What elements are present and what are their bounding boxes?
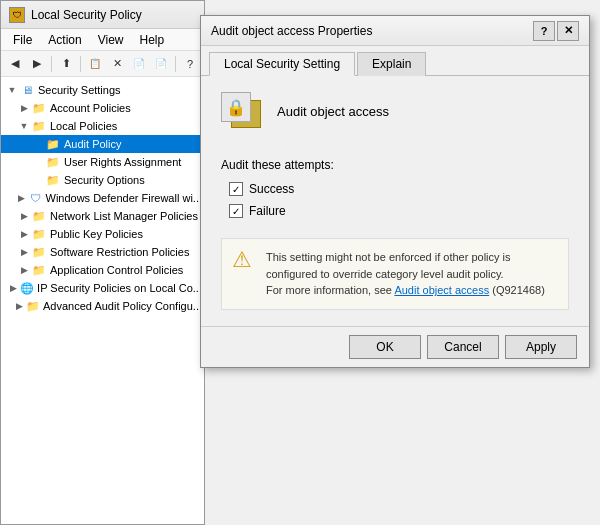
policy-header: 🔒 Audit object access bbox=[221, 92, 569, 142]
success-label: Success bbox=[249, 182, 294, 196]
warning-prefix: For more information, see bbox=[266, 284, 394, 296]
user-rights-icon: 📁 bbox=[45, 155, 61, 169]
warning-icon: ⚠ bbox=[232, 249, 256, 299]
main-window-title: Local Security Policy bbox=[31, 8, 196, 22]
apply-button[interactable]: Apply bbox=[505, 335, 577, 359]
menu-file[interactable]: File bbox=[5, 31, 40, 49]
toggle-windows-defender[interactable]: ▶ bbox=[15, 193, 29, 203]
toggle-audit-policy bbox=[31, 139, 45, 149]
tree-item-software-restriction[interactable]: ▶ 📁 Software Restriction Policies bbox=[1, 243, 204, 261]
policy-name-label: Audit object access bbox=[277, 104, 389, 119]
warning-box: ⚠ This setting might not be enforced if … bbox=[221, 238, 569, 310]
tree-item-public-key[interactable]: ▶ 📁 Public Key Policies bbox=[1, 225, 204, 243]
user-rights-label: User Rights Assignment bbox=[64, 156, 181, 168]
up-button[interactable]: ⬆ bbox=[56, 54, 76, 74]
dialog-title-buttons: ? ✕ bbox=[533, 21, 579, 41]
dialog-footer: OK Cancel Apply bbox=[201, 326, 589, 367]
policy-icon-symbol: 🔒 bbox=[226, 98, 246, 117]
dialog-title-text: Audit object access Properties bbox=[211, 24, 533, 38]
view-button[interactable]: 📄 bbox=[151, 54, 171, 74]
tab-local-security-setting[interactable]: Local Security Setting bbox=[209, 52, 355, 76]
main-window: 🛡 Local Security Policy File Action View… bbox=[0, 0, 205, 525]
windows-defender-label: Windows Defender Firewall wi... bbox=[46, 192, 203, 204]
warning-link[interactable]: Audit object access bbox=[394, 284, 489, 296]
success-checkbox-row: ✓ Success bbox=[229, 182, 569, 196]
tree-item-user-rights[interactable]: 📁 User Rights Assignment bbox=[1, 153, 204, 171]
network-list-label: Network List Manager Policies bbox=[50, 210, 198, 222]
toggle-security-settings[interactable]: ▼ bbox=[5, 85, 19, 95]
public-key-label: Public Key Policies bbox=[50, 228, 143, 240]
tree-item-security-settings[interactable]: ▼ 🖥 Security Settings bbox=[1, 81, 204, 99]
menu-bar: File Action View Help bbox=[1, 29, 204, 51]
software-restriction-label: Software Restriction Policies bbox=[50, 246, 189, 258]
warning-text: This setting might not be enforced if ot… bbox=[266, 249, 558, 299]
tree-item-network-list[interactable]: ▶ 📁 Network List Manager Policies bbox=[1, 207, 204, 225]
advanced-audit-icon: 📁 bbox=[26, 299, 40, 313]
failure-checkbox-row: ✓ Failure bbox=[229, 204, 569, 218]
software-restriction-icon: 📁 bbox=[31, 245, 47, 259]
menu-help[interactable]: Help bbox=[132, 31, 173, 49]
delete-button[interactable]: ✕ bbox=[107, 54, 127, 74]
toggle-security-options bbox=[31, 175, 45, 185]
main-window-icon: 🛡 bbox=[9, 7, 25, 23]
tree-item-audit-policy[interactable]: 📁 Audit Policy bbox=[1, 135, 204, 153]
tree-item-account-policies[interactable]: ▶ 📁 Account Policies bbox=[1, 99, 204, 117]
security-options-label: Security Options bbox=[64, 174, 145, 186]
toggle-local-policies[interactable]: ▼ bbox=[17, 121, 31, 131]
ip-security-label: IP Security Policies on Local Co... bbox=[37, 282, 202, 294]
success-checkmark: ✓ bbox=[232, 184, 240, 195]
toggle-advanced-audit[interactable]: ▶ bbox=[12, 301, 26, 311]
dialog-title-bar: Audit object access Properties ? ✕ bbox=[201, 16, 589, 46]
security-options-icon: 📁 bbox=[45, 173, 61, 187]
tree-panel: ▼ 🖥 Security Settings ▶ 📁 Account Polici… bbox=[1, 77, 204, 524]
failure-label: Failure bbox=[249, 204, 286, 218]
tree-item-local-policies[interactable]: ▼ 📁 Local Policies bbox=[1, 117, 204, 135]
properties-button[interactable]: 📄 bbox=[129, 54, 149, 74]
tree-item-app-control[interactable]: ▶ 📁 Application Control Policies bbox=[1, 261, 204, 279]
toggle-public-key[interactable]: ▶ bbox=[17, 229, 31, 239]
toggle-software-restriction[interactable]: ▶ bbox=[17, 247, 31, 257]
toggle-account-policies[interactable]: ▶ bbox=[17, 103, 31, 113]
copy-button[interactable]: 📋 bbox=[85, 54, 105, 74]
network-list-icon: 📁 bbox=[31, 209, 47, 223]
warning-after-link: (Q921468) bbox=[489, 284, 545, 296]
main-title-bar: 🛡 Local Security Policy bbox=[1, 1, 204, 29]
dialog-close-button[interactable]: ✕ bbox=[557, 21, 579, 41]
advanced-audit-label: Advanced Audit Policy Configu... bbox=[43, 300, 202, 312]
menu-view[interactable]: View bbox=[90, 31, 132, 49]
policy-icon-container: 🔒 bbox=[221, 92, 265, 130]
tree-item-advanced-audit[interactable]: ▶ 📁 Advanced Audit Policy Configu... bbox=[1, 297, 204, 315]
public-key-icon: 📁 bbox=[31, 227, 47, 241]
dialog-window: Audit object access Properties ? ✕ Local… bbox=[200, 15, 590, 368]
toggle-app-control[interactable]: ▶ bbox=[17, 265, 31, 275]
audit-policy-label: Audit Policy bbox=[64, 138, 121, 150]
security-settings-label: Security Settings bbox=[38, 84, 121, 96]
tree-item-windows-defender[interactable]: ▶ 🛡 Windows Defender Firewall wi... bbox=[1, 189, 204, 207]
tab-explain[interactable]: Explain bbox=[357, 52, 426, 76]
failure-checkbox[interactable]: ✓ bbox=[229, 204, 243, 218]
back-button[interactable]: ◀ bbox=[5, 54, 25, 74]
menu-action[interactable]: Action bbox=[40, 31, 89, 49]
toggle-user-rights bbox=[31, 157, 45, 167]
help-toolbar-button[interactable]: ? bbox=[180, 54, 200, 74]
tree-item-security-options[interactable]: 📁 Security Options bbox=[1, 171, 204, 189]
cancel-button[interactable]: Cancel bbox=[427, 335, 499, 359]
toggle-network-list[interactable]: ▶ bbox=[17, 211, 31, 221]
policy-icon-front: 🔒 bbox=[221, 92, 251, 122]
success-checkbox[interactable]: ✓ bbox=[229, 182, 243, 196]
tree-item-ip-security[interactable]: ▶ 🌐 IP Security Policies on Local Co... bbox=[1, 279, 204, 297]
toolbar: ◀ ▶ ⬆ 📋 ✕ 📄 📄 ? bbox=[1, 51, 204, 77]
ip-security-icon: 🌐 bbox=[20, 281, 34, 295]
account-policies-label: Account Policies bbox=[50, 102, 131, 114]
ok-button[interactable]: OK bbox=[349, 335, 421, 359]
local-policies-icon: 📁 bbox=[31, 119, 47, 133]
failure-checkmark: ✓ bbox=[232, 206, 240, 217]
app-control-label: Application Control Policies bbox=[50, 264, 183, 276]
toolbar-separator-3 bbox=[175, 56, 176, 72]
dialog-help-button[interactable]: ? bbox=[533, 21, 555, 41]
forward-button[interactable]: ▶ bbox=[27, 54, 47, 74]
dialog-body: 🔒 Audit object access Audit these attemp… bbox=[201, 76, 589, 326]
security-settings-icon: 🖥 bbox=[19, 83, 35, 97]
toggle-ip-security[interactable]: ▶ bbox=[6, 283, 20, 293]
audit-policy-icon: 📁 bbox=[45, 137, 61, 151]
